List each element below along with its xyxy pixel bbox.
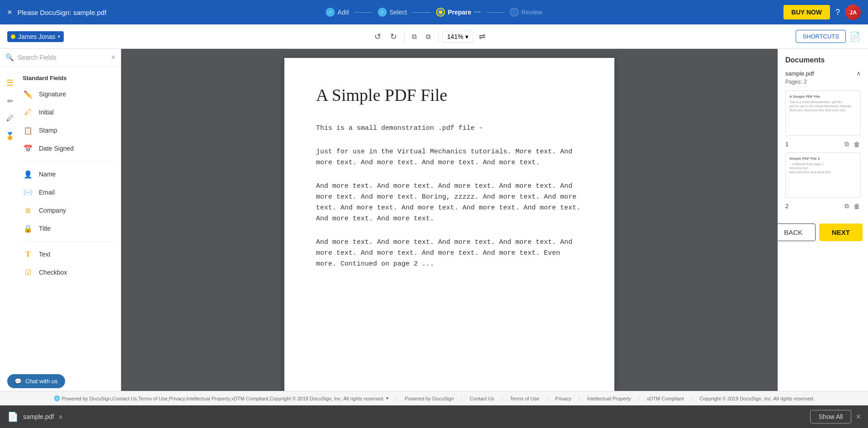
field-email-label: Email: [39, 189, 55, 196]
pdf-page: A Simple PDF File This is a small demons…: [284, 58, 614, 391]
initial-icon: 🖊: [23, 107, 33, 118]
sidebar-icon-badge[interactable]: 🏅: [5, 132, 14, 140]
field-company[interactable]: ⊞ Company: [0, 201, 121, 219]
back-button[interactable]: BACK: [778, 224, 816, 241]
page-1-copy-btn[interactable]: ⧉: [844, 139, 850, 149]
toolbar: James Jonas ▾ ↺ ↻ ⧉ ⧉ 141% ▾ ⇌ SHORTCUTS…: [0, 24, 868, 49]
date-signed-icon: 📅: [23, 143, 33, 154]
paste-button[interactable]: ⧉: [422, 31, 434, 43]
buy-now-button[interactable]: BUY NOW: [783, 5, 830, 19]
page-1-actions: ⧉ 🗑: [844, 139, 861, 149]
show-all-button[interactable]: Show All: [810, 410, 852, 423]
footer-language[interactable]: 🌐 Powered by DocuSign,Contact Us,Terms o…: [54, 395, 389, 401]
globe-icon: 🌐: [54, 395, 60, 401]
doc-pages: Pages: 2: [782, 79, 864, 89]
footer-xdtm[interactable]: xDTM Compliant: [647, 396, 684, 401]
doc-collapse-icon[interactable]: ∧: [856, 70, 861, 77]
minimize-icon[interactable]: ∧: [58, 413, 63, 420]
divider-1: [23, 161, 113, 162]
step-divider-1: [354, 12, 372, 13]
bottom-close-icon[interactable]: ×: [856, 412, 861, 422]
page-2-num: 2: [785, 203, 788, 209]
text-field-icon: T: [23, 249, 33, 260]
page-2-actions: ⧉ 🗑: [844, 201, 861, 211]
close-tab-icon[interactable]: ×: [7, 8, 12, 17]
page-1-delete-btn[interactable]: 🗑: [853, 139, 861, 149]
top-nav: × Please DocuSign: sample.pdf ✓ Add ✓ Se…: [0, 0, 868, 24]
step-select[interactable]: ✓ Select: [377, 8, 407, 17]
step-prepare[interactable]: Prepare ···: [436, 8, 481, 17]
page-thumb-2-title: Simple PDF File 2: [789, 157, 857, 161]
sidebar-icon-fields[interactable]: ☰: [6, 78, 14, 88]
step-divider-2: [412, 12, 430, 13]
clear-search-icon[interactable]: ×: [111, 53, 115, 62]
pdf-para-4: And more text. And more text. And more t…: [316, 237, 583, 270]
sidebar-icon-edit[interactable]: ✏: [7, 97, 13, 105]
email-icon: ✉️: [23, 187, 33, 198]
next-button[interactable]: NEXT: [819, 224, 863, 241]
search-input[interactable]: [18, 54, 108, 61]
page-thumb-2[interactable]: Simple PDF File 2 ...continued from page…: [785, 152, 861, 198]
user-status-dot: [11, 34, 15, 39]
field-text-label: Text: [39, 251, 51, 258]
document-icon[interactable]: 📄: [849, 31, 861, 42]
footer-privacy[interactable]: Privacy: [555, 396, 571, 401]
step-prepare-check: [436, 8, 445, 17]
page-2-copy-btn[interactable]: ⧉: [844, 201, 850, 211]
doc-filename: sample.pdf: [785, 70, 814, 77]
undo-button[interactable]: ↺: [371, 30, 385, 43]
copy-button[interactable]: ⧉: [408, 31, 420, 43]
bottom-right: Show All ×: [810, 410, 861, 423]
field-stamp-label: Stamp: [39, 127, 57, 134]
field-company-label: Company: [39, 207, 66, 214]
field-text[interactable]: T Text: [0, 245, 121, 263]
footer-ip[interactable]: Intellectual Property: [587, 396, 631, 401]
avatar: JA: [845, 5, 861, 20]
doc-section: sample.pdf ∧ Pages: 2 A Simple PDF File …: [782, 70, 864, 213]
field-checkbox[interactable]: ☑ Checkbox: [0, 263, 121, 281]
step-add[interactable]: ✓ Add: [326, 8, 349, 17]
zoom-arrow: ▾: [465, 33, 468, 40]
zoom-selector[interactable]: 141% ▾: [442, 31, 473, 43]
footer-contact[interactable]: Contact Us: [470, 396, 494, 401]
user-dropdown[interactable]: James Jonas ▾: [7, 31, 64, 42]
action-buttons: BACK NEXT: [782, 220, 864, 245]
field-signature-label: Signature: [39, 90, 66, 98]
name-icon: 👤: [23, 169, 33, 180]
chat-widget[interactable]: 💬 Chat with us: [7, 374, 65, 388]
title-icon: 🔒: [23, 223, 33, 234]
field-title[interactable]: 🔒 Title: [0, 219, 121, 238]
field-date-signed-label: Date Signed: [39, 145, 74, 152]
doc-name-row: sample.pdf ∧: [782, 70, 864, 77]
step-add-label: Add: [338, 9, 349, 16]
footer-terms[interactable]: Terms of Use: [510, 396, 539, 401]
redo-button[interactable]: ↻: [387, 30, 401, 43]
right-panel: Documents sample.pdf ∧ Pages: 2 A Simple…: [778, 49, 868, 391]
pdf-area[interactable]: A Simple PDF File This is a small demons…: [121, 49, 778, 391]
page-thumb-1-title: A Simple PDF File: [789, 95, 857, 99]
page-thumb-1[interactable]: A Simple PDF File This is a small demons…: [785, 90, 861, 136]
bottom-bar: 📄 sample.pdf ∧ Show All ×: [0, 405, 868, 428]
search-bar: 🔍 ×: [0, 49, 121, 67]
page-thumb-2-content: ...continued from page 1. Yet more text.…: [789, 162, 857, 174]
divider-2: [23, 241, 113, 242]
field-email[interactable]: ✉️ Email: [0, 183, 121, 201]
docs-header: Documents: [782, 54, 864, 70]
signature-icon: ✏️: [23, 89, 33, 100]
field-name[interactable]: 👤 Name: [0, 165, 121, 183]
page-2-delete-btn[interactable]: 🗑: [853, 201, 861, 211]
footer-copyright: Copyright © 2019 DocuSign, Inc. All righ…: [700, 396, 815, 401]
page-1-num: 1: [785, 141, 788, 147]
shortcuts-button[interactable]: SHORTCUTS: [796, 30, 846, 43]
step-review[interactable]: Review: [510, 8, 542, 17]
main-content: ☰ ✏ 🖊 🏅 🔍 × Standard Fields ✏️ Signature…: [0, 49, 868, 391]
step-divider-3: [486, 12, 505, 13]
step-review-check: [510, 8, 519, 17]
pdf-body: This is a small demonstration .pdf file …: [316, 123, 583, 270]
page-2-num-row: 2 ⧉ 🗑: [782, 200, 864, 213]
rotate-button[interactable]: ⇌: [475, 30, 489, 43]
sidebar-icon-pen[interactable]: 🖊: [6, 114, 14, 123]
pdf-para-3: And more text. And more text. And more t…: [316, 181, 583, 224]
help-icon[interactable]: ?: [835, 8, 840, 17]
field-title-label: Title: [39, 225, 51, 232]
